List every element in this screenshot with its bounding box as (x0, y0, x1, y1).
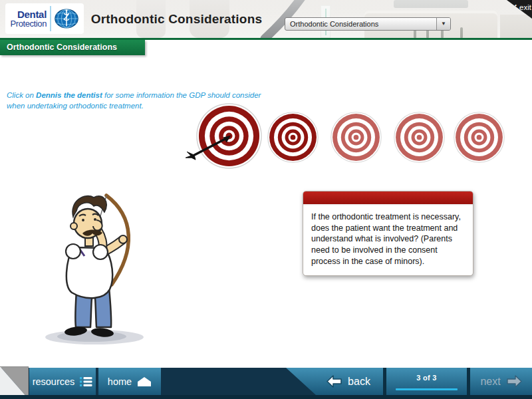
next-button[interactable]: next (470, 368, 532, 395)
callout-text: If the orthodontic treatment is necessar… (303, 205, 473, 275)
dennis-the-dentist[interactable] (32, 186, 154, 348)
module-dropdown-value: Orthodontic Considerations (285, 20, 436, 28)
logo-word-protection: Protection (5, 19, 47, 28)
logo-word-dental: Dental (5, 9, 47, 19)
module-dropdown[interactable]: Orthodontic Considerations ▼ (285, 17, 451, 31)
footer-nav-bar: resources home back 3 of 3 next (0, 368, 532, 399)
resources-label: resources (33, 376, 75, 387)
target-1[interactable] (196, 103, 262, 169)
course-player: Dental Protection Orthodontic Considerat… (0, 0, 532, 399)
home-button[interactable]: home (98, 368, 161, 395)
dropdown-arrow-button[interactable]: ▼ (436, 18, 450, 30)
page-indicator: 3 of 3 (386, 368, 467, 395)
home-icon (137, 376, 152, 387)
dental-protection-logo: Dental Protection (5, 3, 84, 34)
chevron-down-icon: ▼ (441, 21, 446, 27)
callout-header-bar (303, 192, 473, 205)
globe-caduceus-icon (54, 6, 79, 31)
info-callout: If the orthodontic treatment is necessar… (303, 191, 473, 276)
back-button[interactable]: back (314, 368, 383, 395)
back-arrow-icon (327, 375, 342, 388)
target-5[interactable] (454, 112, 505, 163)
target-2[interactable] (267, 112, 319, 163)
corner-fold (0, 366, 29, 399)
page-title: Orthodontic Considerations (78, 12, 275, 27)
resources-list-icon (80, 376, 92, 387)
next-arrow-icon (506, 375, 522, 388)
home-label: home (108, 376, 132, 387)
progress-bar (396, 388, 458, 390)
exit-label: exit (519, 3, 531, 11)
section-banner: Orthodontic Considerations (0, 40, 145, 55)
logo-divider (50, 6, 51, 31)
target-3[interactable] (331, 112, 382, 163)
page-count-text: 3 of 3 (386, 368, 467, 382)
next-label: next (480, 376, 500, 388)
resources-button[interactable]: resources (29, 368, 96, 395)
target-4[interactable] (394, 112, 445, 163)
back-label: back (348, 376, 370, 388)
